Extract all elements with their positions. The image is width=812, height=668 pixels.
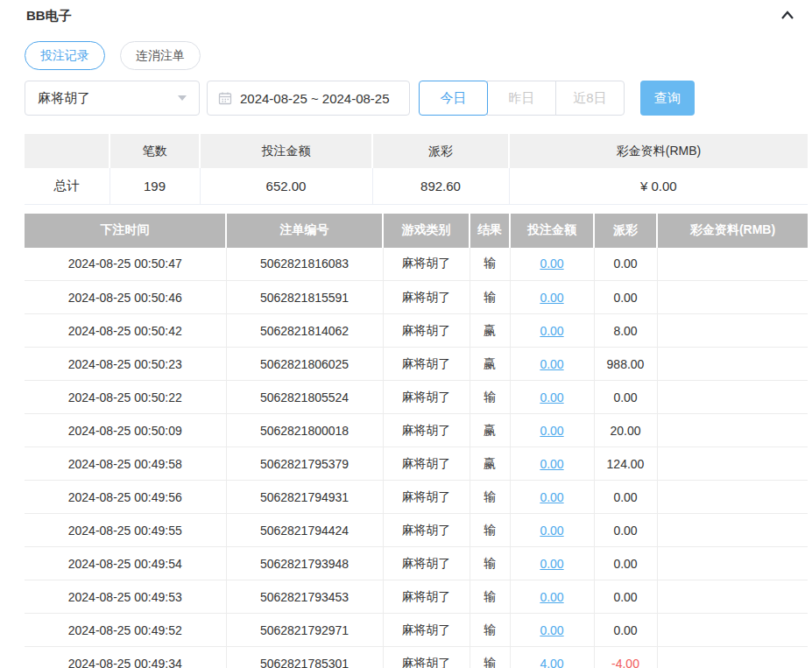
records-tbody: 2024-08-25 00:50:47 5062821816083 麻将胡了 输… xyxy=(25,248,808,668)
records-header-row: 下注时间 注单编号 游戏类别 结果 投注金额 派彩 彩金资料(RMB) xyxy=(25,214,808,248)
cell-order-no: 5062821792971 xyxy=(226,614,383,647)
bet-amount-link[interactable]: 0.00 xyxy=(540,291,563,305)
cell-result: 输 xyxy=(470,547,510,580)
cell-bet-amount: 0.00 xyxy=(510,348,594,381)
cell-order-no: 5062821793453 xyxy=(226,580,383,614)
cell-bet-time: 2024-08-25 00:49:53 xyxy=(25,580,226,614)
header-bet-time: 下注时间 xyxy=(25,214,226,248)
bet-amount-link[interactable]: 0.00 xyxy=(540,557,563,571)
today-button[interactable]: 今日 xyxy=(419,81,488,116)
filter-bar: 麻将胡了 2024-08-25 ~ 2024-08-25 今日 昨日 近8日 查… xyxy=(25,81,808,116)
record-type-tabs: 投注记录 连消注单 xyxy=(25,41,808,70)
cell-result: 输 xyxy=(470,580,510,614)
summary-header-row: 笔数 投注金额 派彩 彩金资料(RMB) xyxy=(25,134,808,168)
cell-result: 输 xyxy=(470,614,510,647)
cell-bet-time: 2024-08-25 00:49:54 xyxy=(25,547,226,580)
cell-game-type: 麻将胡了 xyxy=(383,281,470,314)
cell-bet-time: 2024-08-25 00:50:47 xyxy=(25,248,226,281)
panel-header: BB电子 xyxy=(25,5,808,26)
cell-payout: 988.00 xyxy=(594,348,657,381)
cell-bet-amount: 0.00 xyxy=(510,580,594,614)
calendar-icon xyxy=(218,91,232,105)
summary-header-count: 笔数 xyxy=(109,134,200,168)
cell-payout: 0.00 xyxy=(594,580,657,614)
cell-game-type: 麻将胡了 xyxy=(383,614,470,647)
tab-cancelled-orders[interactable]: 连消注单 xyxy=(120,41,201,70)
cell-game-type: 麻将胡了 xyxy=(383,381,470,414)
cell-bet-time: 2024-08-25 00:50:46 xyxy=(25,281,226,314)
bet-amount-link[interactable]: 0.00 xyxy=(540,524,563,538)
table-row: 2024-08-25 00:50:42 5062821814062 麻将胡了 赢… xyxy=(25,314,808,348)
cell-bonus xyxy=(657,514,808,547)
cell-payout: 0.00 xyxy=(594,514,657,547)
last-8-days-button[interactable]: 近8日 xyxy=(555,81,625,116)
summary-total-label: 总计 xyxy=(25,168,109,204)
bet-amount-link[interactable]: 0.00 xyxy=(540,357,563,371)
cell-game-type: 麻将胡了 xyxy=(383,314,470,348)
table-row: 2024-08-25 00:49:34 5062821785301 麻将胡了 输… xyxy=(25,647,808,668)
cell-bet-amount: 0.00 xyxy=(510,614,594,647)
table-row: 2024-08-25 00:49:53 5062821793453 麻将胡了 输… xyxy=(25,580,808,614)
summary-total-payout: 892.60 xyxy=(372,168,509,204)
summary-table: 笔数 投注金额 派彩 彩金资料(RMB) 总计 199 652.00 892.6… xyxy=(25,134,808,205)
cell-result: 赢 xyxy=(470,348,510,381)
cell-bet-time: 2024-08-25 00:49:55 xyxy=(25,514,226,547)
records-table: 下注时间 注单编号 游戏类别 结果 投注金额 派彩 彩金资料(RMB) 2024… xyxy=(25,214,808,668)
bet-amount-link[interactable]: 0.00 xyxy=(540,324,563,338)
bet-amount-link[interactable]: 0.00 xyxy=(540,390,563,404)
cell-result: 输 xyxy=(470,381,510,414)
cell-bet-amount: 0.00 xyxy=(510,547,594,580)
summary-total-bonus: ¥ 0.00 xyxy=(509,168,808,204)
bet-amount-link[interactable]: 4.00 xyxy=(540,657,563,668)
header-order-no: 注单编号 xyxy=(226,214,383,248)
collapse-chevron-up-icon[interactable] xyxy=(780,9,795,23)
bet-amount-link[interactable]: 0.00 xyxy=(540,623,563,637)
cell-result: 赢 xyxy=(470,314,510,348)
cell-result: 赢 xyxy=(470,414,510,447)
cell-result: 输 xyxy=(470,248,510,281)
page-title: BB电子 xyxy=(26,8,72,25)
cell-bonus xyxy=(657,381,808,414)
date-range-input[interactable]: 2024-08-25 ~ 2024-08-25 xyxy=(207,81,410,116)
cell-bonus xyxy=(657,348,808,381)
header-game-type: 游戏类别 xyxy=(383,214,470,248)
cell-bet-amount: 0.00 xyxy=(510,248,594,281)
cell-bet-amount: 4.00 xyxy=(510,647,594,668)
bet-amount-link[interactable]: 0.00 xyxy=(540,424,563,438)
bet-amount-link[interactable]: 0.00 xyxy=(540,457,563,471)
game-select-value: 麻将胡了 xyxy=(38,90,90,107)
search-button[interactable]: 查询 xyxy=(640,81,695,116)
summary-header-empty xyxy=(25,134,109,168)
cell-bonus xyxy=(657,580,808,614)
cell-game-type: 麻将胡了 xyxy=(383,248,470,281)
cell-result: 输 xyxy=(470,481,510,514)
cell-order-no: 5062821815591 xyxy=(226,281,383,314)
bet-amount-link[interactable]: 0.00 xyxy=(540,257,563,271)
summary-header-bet-amount: 投注金额 xyxy=(200,134,372,168)
summary-total-row: 总计 199 652.00 892.60 ¥ 0.00 xyxy=(25,168,808,204)
cell-order-no: 5062821814062 xyxy=(226,314,383,348)
bet-amount-link[interactable]: 0.00 xyxy=(540,490,563,504)
cell-order-no: 5062821794424 xyxy=(226,514,383,547)
table-row: 2024-08-25 00:50:47 5062821816083 麻将胡了 输… xyxy=(25,248,808,281)
cell-bonus xyxy=(657,547,808,580)
cell-order-no: 5062821816083 xyxy=(226,248,383,281)
tab-bet-records[interactable]: 投注记录 xyxy=(25,41,105,70)
cell-game-type: 麻将胡了 xyxy=(383,647,470,668)
cell-bonus xyxy=(657,314,808,348)
bet-amount-link[interactable]: 0.00 xyxy=(540,590,563,604)
cell-bet-amount: 0.00 xyxy=(510,281,594,314)
cell-game-type: 麻将胡了 xyxy=(383,580,470,614)
cell-game-type: 麻将胡了 xyxy=(383,414,470,447)
cell-bet-time: 2024-08-25 00:50:42 xyxy=(25,314,226,348)
yesterday-button[interactable]: 昨日 xyxy=(487,81,556,116)
cell-payout: 0.00 xyxy=(594,547,657,580)
cell-result: 输 xyxy=(470,647,510,668)
table-row: 2024-08-25 00:50:22 5062821805524 麻将胡了 输… xyxy=(25,381,808,414)
cell-bet-amount: 0.00 xyxy=(510,414,594,447)
cell-bet-time: 2024-08-25 00:49:52 xyxy=(25,614,226,647)
game-select[interactable]: 麻将胡了 xyxy=(25,81,200,116)
table-row: 2024-08-25 00:50:09 5062821800018 麻将胡了 赢… xyxy=(25,414,808,447)
cell-bet-time: 2024-08-25 00:50:22 xyxy=(25,381,226,414)
table-row: 2024-08-25 00:49:54 5062821793948 麻将胡了 输… xyxy=(25,547,808,580)
